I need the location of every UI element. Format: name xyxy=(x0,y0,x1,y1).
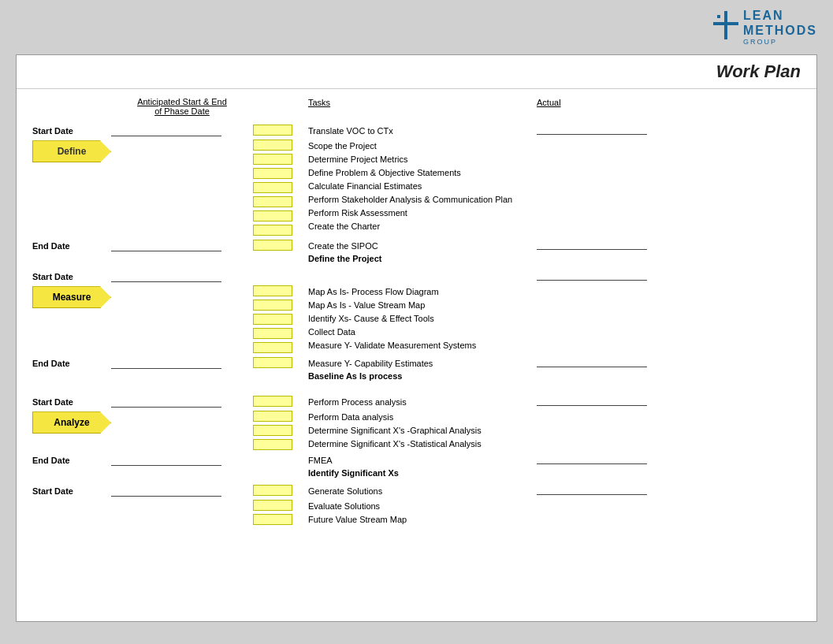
analyze-task-2: Perform Data analysis xyxy=(308,411,521,424)
header-col1b: of Phase Date xyxy=(111,106,253,116)
measure-start-label: Start Date xyxy=(32,272,111,281)
logo-methods: METHODS xyxy=(743,23,817,38)
measure-start-date-input[interactable] xyxy=(111,271,221,282)
define-task-5: Calculate Financial Estimates xyxy=(308,180,521,193)
title-bar: Work Plan xyxy=(17,55,816,89)
improve-actual-start[interactable] xyxy=(537,484,647,495)
analyze-task-1: Perform Process analysis xyxy=(300,397,521,407)
header-col2: Tasks xyxy=(308,98,330,107)
define-end-label: End Date xyxy=(32,241,111,251)
analyze-bar-3 xyxy=(253,425,292,436)
define-task-9: Create the SIPOC xyxy=(300,241,521,251)
measure-task-2: Map As Is - Value Stream Map xyxy=(308,299,521,312)
define-task-8: Create the Charter xyxy=(308,220,521,233)
measure-end-date-input[interactable] xyxy=(111,358,221,369)
define-bar-3 xyxy=(253,154,292,165)
define-task-6: Perform Stakeholder Analysis & Communica… xyxy=(308,193,521,207)
improve-task-1: Generate Solutions xyxy=(300,486,521,496)
define-task-3: Determine Project Metrics xyxy=(308,153,521,166)
analyze-arrow: Analyze xyxy=(32,411,111,434)
measure-bar-6 xyxy=(253,357,292,368)
logo-area: LEAN METHODS GROUP xyxy=(0,0,833,50)
define-summary: Define the Project xyxy=(300,254,521,263)
define-actual-1[interactable] xyxy=(537,124,647,135)
header-col1: Anticipated Start & End xyxy=(111,97,253,106)
define-task-2: Scope the Project xyxy=(308,140,521,153)
analyze-bar-4 xyxy=(253,439,292,450)
define-arrow: Define xyxy=(32,140,111,162)
define-task-4: Define Problem & Objective Statements xyxy=(308,166,521,180)
measure-bar-1 xyxy=(253,285,292,296)
improve-start-label: Start Date xyxy=(32,486,111,496)
measure-actual-end[interactable] xyxy=(537,356,647,367)
logo: LEAN METHODS GROUP xyxy=(713,8,817,47)
define-bar-2 xyxy=(253,140,292,151)
define-bar-7 xyxy=(253,210,292,221)
logo-lean: LEAN xyxy=(743,8,817,23)
work-plan-body: Anticipated Start & End of Phase Date Ta… xyxy=(17,89,816,541)
define-bar-5 xyxy=(253,182,292,193)
measure-end-label: End Date xyxy=(32,359,111,368)
logo-group: GROUP xyxy=(743,38,817,47)
analyze-task-fmea: FMEA xyxy=(300,456,521,465)
define-bar-6 xyxy=(253,196,292,207)
analyze-end-date-input[interactable] xyxy=(111,455,221,466)
analyze-actual-start[interactable] xyxy=(537,395,647,406)
measure-bar-5 xyxy=(253,342,292,353)
define-task-7: Perform Risk Assessment xyxy=(308,207,521,220)
define-bar-1 xyxy=(253,125,292,136)
measure-actual-start[interactable] xyxy=(537,270,647,281)
improve-bar-3 xyxy=(253,514,292,525)
define-bar-4 xyxy=(253,168,292,179)
analyze-end-label: End Date xyxy=(32,456,111,465)
define-start-date-input[interactable] xyxy=(111,125,221,136)
logo-text: LEAN METHODS GROUP xyxy=(743,8,817,47)
page-title: Work Plan xyxy=(32,61,801,82)
define-start-label: Start Date xyxy=(32,126,111,136)
measure-task-3: Identify Xs- Cause & Effect Tools xyxy=(308,312,521,326)
measure-bar-3 xyxy=(253,314,292,325)
analyze-start-label: Start Date xyxy=(32,397,111,407)
analyze-summary: Identify Significant Xs xyxy=(300,468,521,478)
define-actual-end[interactable] xyxy=(537,239,647,250)
measure-task-6: Measure Y- Capability Estimates xyxy=(300,359,521,368)
define-task-1: Translate VOC to CTx xyxy=(300,126,521,136)
define-end-date-input[interactable] xyxy=(111,240,221,251)
analyze-start-date-input[interactable] xyxy=(111,396,221,408)
measure-task-1: Map As Is- Process Flow Diagram xyxy=(308,285,521,299)
measure-task-4: Collect Data xyxy=(308,326,521,339)
measure-bar-4 xyxy=(253,328,292,339)
improve-start-date-input[interactable] xyxy=(111,486,221,497)
analyze-task-3: Determine Significant X's -Graphical Ana… xyxy=(308,424,521,437)
improve-bar-1 xyxy=(253,485,292,496)
define-bar-8 xyxy=(253,225,292,236)
svg-rect-1 xyxy=(713,22,738,25)
define-bar-9 xyxy=(253,240,292,251)
measure-task-5: Measure Y- Validate Measurement Systems xyxy=(308,339,521,352)
measure-phase: Start Date Measure xyxy=(32,270,801,381)
header-col3: Actual xyxy=(537,98,561,107)
improve-task-2: Evaluate Solutions xyxy=(308,500,521,513)
measure-arrow: Measure xyxy=(32,286,111,308)
svg-rect-2 xyxy=(717,15,720,18)
measure-summary: Baseline As Is process xyxy=(300,371,521,381)
analyze-bar-2 xyxy=(253,411,292,422)
improve-bar-2 xyxy=(253,500,292,511)
analyze-bar-1 xyxy=(253,396,292,407)
analyze-task-4: Determine Significant X's -Statistical A… xyxy=(308,437,521,451)
main-container: Work Plan Anticipated Start & End of Pha… xyxy=(16,54,817,622)
analyze-phase: Start Date Perform Process analysis Anal… xyxy=(32,395,801,478)
analyze-actual-end[interactable] xyxy=(537,453,647,464)
logo-icon xyxy=(713,11,738,43)
improve-phase: Start Date Generate Solutions xyxy=(32,484,801,527)
measure-bar-2 xyxy=(253,300,292,311)
improve-task-3: Future Value Stream Map xyxy=(308,513,521,527)
define-phase: Start Date Translate VOC to CTx Define xyxy=(32,124,801,263)
